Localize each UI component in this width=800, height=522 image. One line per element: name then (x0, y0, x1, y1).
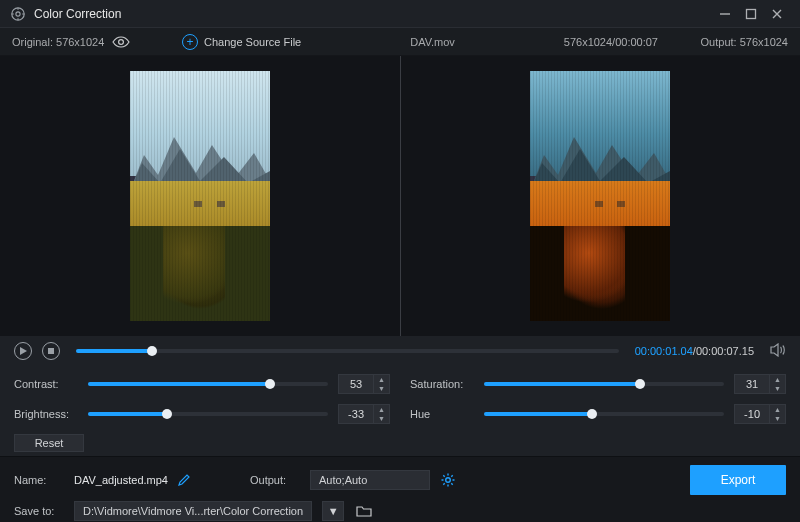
preview-toggle-icon[interactable] (112, 33, 130, 51)
open-folder-icon[interactable] (354, 501, 374, 521)
reset-button[interactable]: Reset (14, 434, 84, 452)
save-path-dropdown[interactable]: ▼ (322, 501, 344, 521)
brightness-slider[interactable] (88, 412, 328, 416)
title-bar: Color Correction (0, 0, 800, 28)
footer-panel: Name: DAV_adjusted.mp4 Output: Auto;Auto… (0, 456, 800, 522)
output-dimensions: Output: 576x1024 (668, 36, 788, 48)
saturation-label: Saturation: (410, 378, 474, 390)
svg-rect-9 (48, 348, 54, 354)
contrast-group: Contrast: ▲▼ (14, 374, 390, 394)
spin-down-icon[interactable]: ▼ (770, 384, 785, 393)
brightness-group: Brightness: ▲▼ (14, 404, 390, 424)
contrast-slider[interactable] (88, 382, 328, 386)
play-button[interactable] (14, 342, 32, 360)
saturation-spinner[interactable]: ▲▼ (734, 374, 786, 394)
output-preview (401, 56, 801, 336)
saturation-slider[interactable] (484, 382, 724, 386)
output-label: Output: (250, 474, 300, 486)
spin-down-icon[interactable]: ▼ (374, 414, 389, 423)
total-time: /00:00:07.15 (693, 345, 754, 357)
hue-label: Hue (410, 408, 474, 420)
seek-slider[interactable] (76, 349, 619, 353)
output-settings-icon[interactable] (440, 472, 456, 488)
volume-icon[interactable] (770, 343, 786, 359)
transport-bar: 00:00:01.04/00:00:07.15 (0, 336, 800, 366)
saturation-value[interactable] (735, 378, 769, 390)
svg-point-1 (16, 11, 20, 15)
source-filename: DAV.mov (410, 36, 455, 48)
window-title: Color Correction (34, 7, 121, 21)
name-label: Name: (14, 474, 64, 486)
hue-value[interactable] (735, 408, 769, 420)
maximize-button[interactable] (738, 4, 764, 24)
contrast-label: Contrast: (14, 378, 78, 390)
export-button[interactable]: Export (690, 465, 786, 495)
contrast-value[interactable] (339, 378, 373, 390)
close-button[interactable] (764, 4, 790, 24)
info-bar: Original: 576x1024 + Change Source File … (0, 28, 800, 56)
svg-marker-8 (20, 347, 27, 355)
name-value: DAV_adjusted.mp4 (74, 474, 168, 486)
adjustments-panel: Contrast: ▲▼ Saturation: ▲▼ Brightness: (0, 366, 800, 456)
seek-knob[interactable] (147, 346, 157, 356)
change-source-button[interactable]: + Change Source File (182, 34, 301, 50)
save-path-field[interactable]: D:\Vidmore\Vidmore Vi...rter\Color Corre… (74, 501, 312, 521)
spin-up-icon[interactable]: ▲ (770, 405, 785, 414)
brightness-label: Brightness: (14, 408, 78, 420)
spin-up-icon[interactable]: ▲ (374, 405, 389, 414)
contrast-spinner[interactable]: ▲▼ (338, 374, 390, 394)
spin-up-icon[interactable]: ▲ (374, 375, 389, 384)
change-source-label: Change Source File (204, 36, 301, 48)
timecode: 00:00:01.04/00:00:07.15 (635, 345, 754, 357)
save-path-value: D:\Vidmore\Vidmore Vi...rter\Color Corre… (83, 505, 303, 517)
brightness-spinner[interactable]: ▲▼ (338, 404, 390, 424)
original-dimensions: Original: 576x1024 (12, 36, 104, 48)
svg-marker-10 (771, 344, 778, 356)
spin-down-icon[interactable]: ▼ (770, 414, 785, 423)
hue-spinner[interactable]: ▲▼ (734, 404, 786, 424)
original-preview (0, 56, 400, 336)
preview-area (0, 56, 800, 336)
hue-group: Hue ▲▼ (410, 404, 786, 424)
brightness-value[interactable] (339, 408, 373, 420)
saturation-group: Saturation: ▲▼ (410, 374, 786, 394)
svg-rect-2 (747, 9, 756, 18)
output-format-select[interactable]: Auto;Auto (310, 470, 430, 490)
source-dims-duration: 576x1024/00:00:07 (564, 36, 658, 48)
save-to-label: Save to: (14, 505, 64, 517)
original-thumb (130, 71, 270, 321)
current-time: 00:00:01.04 (635, 345, 693, 357)
output-thumb (530, 71, 670, 321)
minimize-button[interactable] (712, 4, 738, 24)
spin-down-icon[interactable]: ▼ (374, 384, 389, 393)
seek-fill (76, 349, 152, 353)
hue-slider[interactable] (484, 412, 724, 416)
stop-button[interactable] (42, 342, 60, 360)
output-format-value: Auto;Auto (319, 474, 367, 486)
spin-up-icon[interactable]: ▲ (770, 375, 785, 384)
edit-name-icon[interactable] (178, 474, 190, 486)
app-icon (10, 6, 26, 22)
svg-point-3 (119, 39, 124, 44)
svg-point-11 (446, 478, 451, 483)
plus-icon: + (182, 34, 198, 50)
